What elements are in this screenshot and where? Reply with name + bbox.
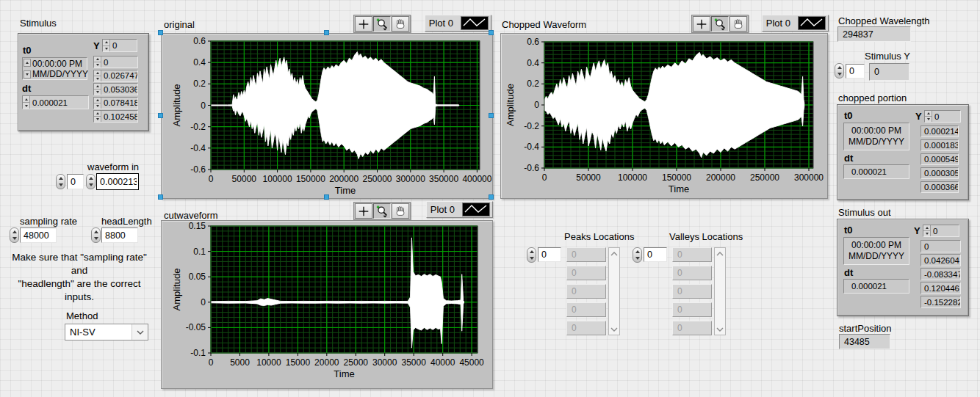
selection-handle[interactable] — [324, 30, 329, 35]
dt-spinner[interactable] — [23, 96, 30, 109]
chopped-portion-y-index[interactable]: 0 — [924, 110, 961, 123]
svg-text:5000: 5000 — [230, 357, 250, 368]
y-index-spinner[interactable] — [923, 225, 931, 236]
stimulus-out-label: Stimulus out — [838, 208, 891, 218]
stimulus-array-cell[interactable]: 0.053036 — [93, 83, 138, 95]
peaks-index[interactable]: 0 — [538, 247, 561, 262]
stimulus-array-cell[interactable]: 0.026747 — [93, 70, 138, 82]
waveform-in-value-spinner[interactable] — [86, 174, 96, 189]
pan-hand-icon[interactable] — [729, 16, 747, 32]
valleys-scrollbar[interactable] — [714, 247, 726, 335]
chevron-down-icon[interactable] — [131, 324, 148, 340]
chopped-portion-cell: 0.000183 — [920, 139, 959, 151]
svg-text:0: 0 — [201, 101, 206, 111]
cursor-tool-icon[interactable] — [355, 16, 372, 32]
method-label: Method — [66, 311, 98, 321]
y-index-spinner[interactable] — [103, 40, 110, 51]
original-plot-legend[interactable]: Plot 0 — [425, 15, 491, 32]
valleys-index-spinner[interactable] — [633, 247, 642, 263]
cutwaveform-graph-label: cutwaveform — [164, 211, 218, 221]
chevron-up-icon[interactable] — [609, 248, 619, 259]
waveform-in-index[interactable]: 0 — [67, 174, 84, 189]
chopped-portion-cell: 0.000305 — [920, 167, 959, 179]
chevron-up-icon[interactable] — [715, 248, 725, 259]
svg-text:Amplitude: Amplitude — [171, 84, 182, 127]
chopped-plot-legend[interactable]: Plot 0 — [762, 15, 829, 32]
legend-plot-name: Plot 0 — [766, 18, 790, 29]
t0-label: t0 — [844, 225, 853, 236]
svg-text:35000: 35000 — [402, 357, 427, 368]
head-length-spinner[interactable] — [91, 227, 101, 243]
pan-hand-icon[interactable] — [392, 203, 409, 219]
start-position-value: 43485 — [839, 334, 890, 349]
waveform-in-value[interactable]: 0.000213 — [96, 173, 139, 190]
valleys-array-cell: 0 — [672, 302, 712, 317]
stimulus-dt-field[interactable]: 0.000021 — [22, 95, 89, 109]
svg-text:25000: 25000 — [344, 357, 369, 368]
instruction-note: Make sure that "sampling rate" and "head… — [3, 251, 156, 304]
plot-line-swatch — [462, 203, 490, 216]
svg-text:300000: 300000 — [396, 174, 425, 184]
svg-text:-0.2: -0.2 — [190, 122, 206, 132]
svg-text:0.6: 0.6 — [193, 36, 206, 46]
stimulus-array-cell[interactable]: 0.102458 — [93, 110, 138, 123]
chevron-down-icon[interactable] — [609, 324, 619, 335]
svg-text:0: 0 — [534, 100, 539, 110]
chopped-waveform-graph: 0500001000001500002000002500003000000.60… — [500, 33, 828, 199]
selection-handle[interactable] — [489, 30, 494, 35]
svg-text:-0.4: -0.4 — [524, 142, 539, 152]
cutwaveform-plot-legend[interactable]: Plot 0 — [426, 201, 493, 218]
svg-text:15000: 15000 — [286, 357, 311, 368]
t0-time-value: 00:00:00 PM — [32, 59, 87, 69]
selection-handle[interactable] — [324, 194, 329, 200]
zoom-tool-icon[interactable] — [373, 203, 391, 219]
svg-text:0.2: 0.2 — [193, 79, 206, 89]
t0-decrement-button[interactable] — [24, 70, 31, 79]
zoom-tool-icon[interactable] — [373, 16, 391, 32]
stimulus-y-label: Stimulus Y — [865, 51, 910, 62]
svg-text:10000: 10000 — [256, 357, 281, 368]
waveform-in-index-spinner[interactable] — [56, 174, 65, 189]
svg-text:350000: 350000 — [429, 174, 458, 184]
sampling-rate-spinner[interactable] — [10, 227, 19, 243]
peaks-scrollbar[interactable] — [608, 247, 620, 335]
stimulus-y-index[interactable]: 0 — [846, 64, 865, 79]
cutwaveform-graph: 0500010000150002000025000300003500040000… — [161, 220, 493, 389]
stimulus-out-y-index[interactable]: 0 — [923, 225, 959, 237]
t0-increment-button[interactable] — [24, 59, 31, 67]
sampling-rate-input[interactable]: 48000 — [20, 227, 57, 243]
valleys-array-cell: 0 — [672, 247, 712, 262]
svg-text:200000: 200000 — [329, 174, 359, 184]
selection-handle[interactable] — [489, 194, 494, 200]
selection-handle[interactable] — [158, 194, 163, 200]
t0-date-value: MM/DD/YYYY — [32, 69, 87, 79]
cursor-tool-icon[interactable] — [693, 16, 710, 32]
svg-text:150000: 150000 — [296, 174, 325, 184]
sampling-rate-label: sampling rate — [20, 216, 77, 227]
selection-handle[interactable] — [489, 113, 494, 118]
svg-text:45000: 45000 — [459, 357, 484, 368]
head-length-input[interactable]: 8800 — [101, 227, 138, 243]
labview-front-panel: Stimulus t0 00:00:00 PM MM/DD/YYYY dt 0.… — [0, 0, 980, 397]
stimulus-y-index[interactable]: 0 — [102, 39, 137, 52]
cursor-tool-icon[interactable] — [355, 203, 372, 219]
peaks-index-spinner[interactable] — [527, 247, 536, 263]
selection-handle[interactable] — [158, 30, 163, 35]
stimulus-y-index-spinner[interactable] — [835, 63, 844, 79]
chevron-down-icon[interactable] — [715, 324, 725, 335]
stimulus-t0-label: t0 — [23, 45, 32, 56]
valleys-index[interactable]: 0 — [644, 247, 667, 262]
y-label: Y — [915, 112, 922, 122]
stimulus-array-cell[interactable]: 0 — [93, 56, 138, 68]
svg-text:0: 0 — [542, 172, 547, 183]
zoom-tool-icon[interactable] — [711, 16, 729, 32]
plot-line-swatch — [461, 16, 489, 30]
cutwaveform-graph-palette — [353, 202, 411, 220]
svg-text:Amplitude: Amplitude — [505, 84, 516, 126]
stimulus-t0-field[interactable]: 00:00:00 PM MM/DD/YYYY — [22, 57, 87, 80]
method-combobox[interactable]: NI-SV — [65, 324, 148, 340]
pan-hand-icon[interactable] — [392, 16, 409, 32]
selection-handle[interactable] — [158, 113, 163, 118]
stimulus-array-cell[interactable]: 0.078418 — [93, 97, 138, 109]
y-index-spinner[interactable] — [925, 111, 932, 122]
